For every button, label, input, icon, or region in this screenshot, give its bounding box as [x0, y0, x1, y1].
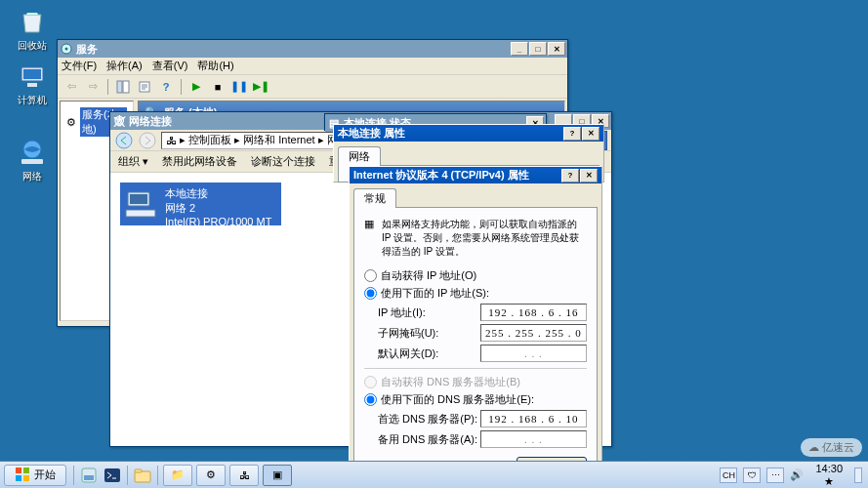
cmd-organize[interactable]: 组织 ▾: [118, 154, 148, 169]
svg-rect-1: [23, 69, 41, 79]
gateway-label: 默认网关(D):: [378, 346, 480, 361]
dialog-title: Internet 协议版本 4 (TCP/IPv4) 属性: [353, 168, 560, 183]
taskbar-item-explorer[interactable]: 📁: [163, 465, 192, 486]
svg-rect-15: [16, 468, 21, 473]
connection-status: 网络 2: [165, 201, 277, 216]
dialog-title: 本地连接 属性: [338, 126, 562, 141]
taskbar-item-cmd[interactable]: ▣: [263, 465, 292, 486]
window-title: 服务: [76, 42, 510, 57]
folder-icon: 🖧: [166, 135, 177, 146]
start-button[interactable]: 开始: [4, 465, 66, 486]
taskbar-item-network[interactable]: 🖧: [229, 465, 259, 486]
forward-icon: ⇨: [83, 77, 103, 97]
services-menubar: 文件(F) 操作(A) 查看(V) 帮助(H): [58, 58, 567, 75]
dns1-field[interactable]: 192 . 168 . 6 . 10: [480, 410, 587, 427]
system-tray: CH 🛡 ⋯ 🔊 14:30 ★: [714, 463, 868, 486]
info-text-content: 如果网络支持此功能，则可以获取自动指派的 IP 设置。否则，您需要从网络系统管理…: [382, 218, 587, 259]
svg-rect-8: [123, 81, 129, 93]
connection-item[interactable]: 本地连接 网络 2 Intel(R) PRO/1000 MT Network .…: [120, 183, 281, 225]
network-icon: [17, 137, 48, 168]
svg-rect-7: [117, 81, 122, 93]
quick-launch-explorer[interactable]: [131, 464, 154, 487]
quick-launch-server-manager[interactable]: [77, 464, 101, 487]
dns2-field[interactable]: . . .: [480, 430, 587, 448]
close-button[interactable]: ✕: [582, 127, 599, 141]
gateway-field[interactable]: . . .: [480, 345, 587, 362]
desktop-icon-label: 回收站: [8, 39, 57, 53]
menu-file[interactable]: 文件(F): [62, 59, 97, 73]
watermark-text: 亿速云: [822, 440, 854, 455]
radio-label: 自动获得 IP 地址(O): [381, 268, 476, 283]
svg-rect-21: [104, 468, 120, 482]
services-titlebar[interactable]: 服务 _ □ ✕: [58, 40, 567, 58]
help-button[interactable]: ?: [563, 127, 581, 141]
stop-icon[interactable]: ■: [208, 77, 227, 97]
start-label: 开始: [34, 468, 56, 482]
play-icon[interactable]: ▶: [186, 77, 206, 97]
export-icon[interactable]: [135, 77, 154, 97]
radio-manual-ip-input[interactable]: [364, 287, 377, 300]
svg-rect-17: [16, 475, 21, 481]
connection-adapter: Intel(R) PRO/1000 MT Network ...: [165, 216, 277, 239]
close-button[interactable]: ✕: [548, 42, 565, 56]
cmd-diagnose[interactable]: 诊断这个连接: [251, 154, 315, 169]
tab-network[interactable]: 网络: [338, 146, 381, 166]
gear-icon: ⚙: [66, 116, 76, 129]
show-desktop-button[interactable]: [854, 468, 862, 483]
menu-action[interactable]: 操作(A): [106, 59, 143, 73]
help-button[interactable]: ?: [561, 169, 579, 183]
desktop-icon-computer[interactable]: 计算机: [8, 61, 57, 107]
lang-indicator[interactable]: CH: [720, 468, 737, 483]
menu-help[interactable]: 帮助(H): [197, 59, 233, 73]
ipv4-properties-dialog[interactable]: Internet 协议版本 4 (TCP/IPv4) 属性 ? ✕ 常规 ▦ 如…: [349, 166, 602, 488]
minimize-button[interactable]: _: [511, 42, 528, 56]
show-hide-icon[interactable]: [113, 77, 133, 97]
menu-view[interactable]: 查看(V): [152, 59, 188, 73]
subnet-mask-field[interactable]: 255 . 255 . 255 . 0: [480, 324, 587, 342]
cmd-disable[interactable]: 禁用此网络设备: [162, 154, 237, 169]
tray-icon-1[interactable]: 🛡: [743, 468, 761, 483]
svg-point-11: [140, 133, 155, 148]
recycle-bin-icon: [17, 6, 48, 37]
radio-label: 使用下面的 DNS 服务器地址(E):: [381, 392, 534, 407]
back-button[interactable]: [114, 131, 134, 150]
restart-icon[interactable]: ▶❚: [251, 77, 270, 97]
info-icon: ▦: [364, 218, 374, 259]
tab-general[interactable]: 常规: [353, 188, 396, 208]
maximize-button[interactable]: □: [529, 42, 547, 56]
radio-auto-ip[interactable]: 自动获得 IP 地址(O): [364, 268, 587, 283]
taskbar-clock[interactable]: 14:30 ★: [815, 463, 843, 486]
desktop-icon-recycle-bin[interactable]: 回收站: [8, 6, 57, 53]
radio-auto-dns-input: [364, 376, 377, 388]
svg-point-10: [116, 133, 132, 148]
quick-launch-powershell[interactable]: [101, 464, 124, 487]
svg-rect-18: [23, 475, 29, 481]
help-icon[interactable]: ?: [156, 77, 176, 97]
taskbar: 开始 📁 ⚙ 🖧 ▣ CH 🛡 ⋯ 🔊 14:30 ★: [0, 461, 868, 488]
desktop-icon-label: 计算机: [8, 94, 57, 107]
pause-icon[interactable]: ❚❚: [229, 77, 249, 97]
radio-auto-dns: 自动获得 DNS 服务器地址(B): [364, 375, 587, 389]
radio-manual-dns[interactable]: 使用下面的 DNS 服务器地址(E):: [364, 392, 587, 407]
desktop-icon-network[interactable]: 网络: [8, 137, 57, 183]
ip-address-field[interactable]: 192 . 168 . 6 . 16: [480, 304, 587, 321]
gear-icon: ⚙: [206, 468, 216, 481]
svg-rect-14: [126, 210, 155, 217]
svg-point-6: [65, 48, 68, 51]
subnet-mask-label: 子网掩码(U):: [378, 326, 480, 341]
connprops-titlebar[interactable]: 本地连接 属性 ? ✕: [334, 125, 603, 142]
clock-date: ★: [815, 475, 843, 487]
ipv4-titlebar[interactable]: Internet 协议版本 4 (TCP/IPv4) 属性 ? ✕: [350, 167, 601, 183]
watermark: ☁ 亿速云: [801, 438, 862, 457]
radio-label: 使用下面的 IP 地址(S):: [381, 286, 489, 301]
radio-manual-dns-input[interactable]: [364, 393, 377, 406]
close-button[interactable]: ✕: [580, 169, 598, 183]
computer-icon: [17, 61, 48, 92]
tray-speaker-icon[interactable]: 🔊: [790, 468, 804, 481]
desktop-icon-label: 网络: [8, 170, 57, 183]
tray-icon-2[interactable]: ⋯: [766, 468, 784, 483]
cloud-icon: ☁: [808, 441, 819, 454]
radio-manual-ip[interactable]: 使用下面的 IP 地址(S):: [364, 286, 587, 301]
radio-auto-ip-input[interactable]: [364, 269, 377, 282]
taskbar-item-services[interactable]: ⚙: [196, 465, 226, 486]
